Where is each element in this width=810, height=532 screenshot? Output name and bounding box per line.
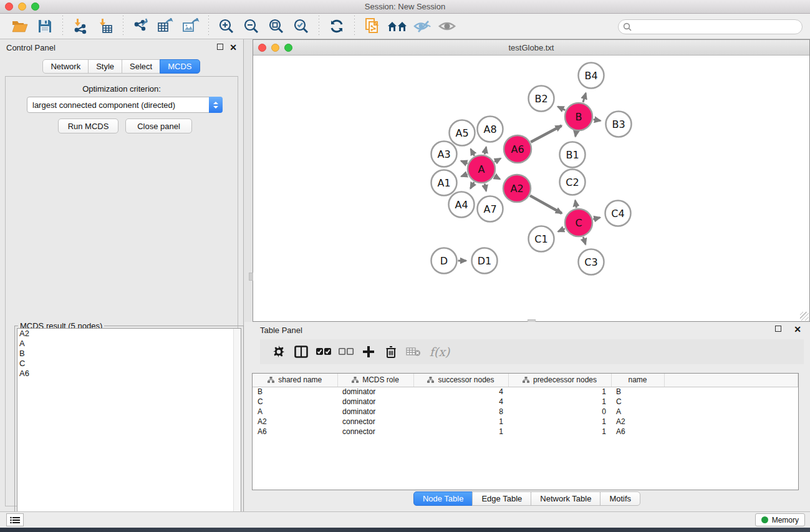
hide-selected-icon[interactable]: [412, 16, 433, 36]
toolbar-separator: [123, 16, 123, 37]
graph-edge-B-B2[interactable]: [558, 107, 566, 110]
table-toolbar: f(x): [260, 339, 804, 364]
col-name[interactable]: name: [611, 374, 664, 387]
graph-edge-B-B3[interactable]: [594, 119, 600, 120]
graph-edge-A2-C[interactable]: [530, 196, 562, 213]
network-window-titlebar[interactable]: testGlobe.txt: [253, 40, 809, 56]
tab-motifs[interactable]: Motifs: [600, 491, 640, 506]
zoom-in-icon[interactable]: [216, 16, 237, 36]
table-row[interactable]: A2connector11A2: [253, 417, 798, 427]
table-close-icon[interactable]: ✕: [794, 326, 801, 333]
copy-network-icon[interactable]: [362, 16, 383, 36]
export-network-icon[interactable]: [130, 16, 152, 36]
network-canvas[interactable]: B4B2BB3A5A8A6A3AB1A1A2C2A4A7C4C1CC3DD1: [253, 56, 809, 321]
optimization-criterion-label: Optimization criterion:: [6, 84, 238, 94]
hierarchy-icon: [523, 376, 529, 385]
result-list-scrollbar[interactable]: [233, 329, 241, 532]
graph-edge-C-C1[interactable]: [558, 229, 565, 232]
close-panel-button[interactable]: Close panel: [125, 118, 192, 133]
float-panel-icon[interactable]: [217, 44, 223, 51]
zoom-selected-icon[interactable]: [291, 16, 312, 36]
graph-edge-A-A5[interactable]: [471, 149, 475, 156]
run-mcds-button[interactable]: Run MCDS: [58, 118, 118, 133]
graph-edge-A-A2[interactable]: [494, 176, 500, 179]
delete-column-icon[interactable]: [380, 342, 402, 361]
col-predecessor-nodes[interactable]: predecessor nodes: [508, 374, 611, 387]
refresh-icon[interactable]: [326, 16, 347, 36]
graph-edge-A-A7[interactable]: [485, 183, 486, 191]
tab-node-table[interactable]: Node Table: [413, 491, 473, 506]
graph-edge-C-C2[interactable]: [575, 200, 576, 208]
tab-style[interactable]: Style: [88, 59, 122, 74]
network-zoom-button[interactable]: [284, 44, 292, 52]
split-columns-icon[interactable]: [290, 342, 312, 361]
close-window-button[interactable]: [5, 2, 13, 11]
result-list-item[interactable]: A6: [17, 369, 241, 379]
first-neighbors-icon[interactable]: [387, 16, 408, 36]
horizontal-splitter-handle[interactable]: [249, 273, 253, 281]
table-panel: Table Panel ✕ f(x): [244, 322, 810, 511]
graph-edge-A-A4[interactable]: [470, 182, 474, 188]
resize-grip[interactable]: [800, 312, 809, 321]
gear-icon[interactable]: [268, 342, 290, 361]
col-mcds-role[interactable]: MCDS role: [337, 374, 413, 387]
table-row[interactable]: Bdominator41B: [253, 387, 798, 397]
graph-node-label-A2: A2: [510, 183, 523, 195]
graph-edge-A-A6[interactable]: [494, 158, 501, 162]
toolbar-separator: [208, 16, 209, 37]
mcds-result-list[interactable]: A2ABCA6: [17, 328, 241, 532]
result-list-item[interactable]: A: [17, 339, 241, 349]
zoom-out-icon[interactable]: [241, 16, 262, 36]
deselect-all-checkboxes-icon[interactable]: [335, 342, 357, 361]
minimize-window-button[interactable]: [18, 2, 26, 11]
open-folder-icon[interactable]: [9, 16, 31, 36]
graph-edge-B-B1[interactable]: [576, 132, 576, 137]
zoom-fit-icon[interactable]: [266, 16, 287, 36]
tab-mcds[interactable]: MCDS: [160, 59, 200, 74]
hierarchy-icon: [352, 376, 359, 385]
graph-node-label-B1: B1: [566, 149, 579, 161]
tab-network[interactable]: Network: [42, 59, 89, 74]
graph-edge-A-A3[interactable]: [461, 161, 467, 163]
import-network-icon[interactable]: [70, 16, 91, 36]
search-field[interactable]: [618, 19, 803, 34]
table-float-icon[interactable]: [775, 326, 781, 333]
graph-edge-C-C4[interactable]: [593, 218, 600, 220]
show-all-icon[interactable]: [436, 16, 458, 36]
graph-edge-A6-B[interactable]: [531, 126, 561, 142]
result-list-item[interactable]: A2: [17, 329, 241, 339]
table-row[interactable]: A6connector11A6: [253, 427, 798, 437]
function-builder-icon[interactable]: f(x): [425, 342, 455, 361]
export-image-icon[interactable]: [180, 16, 201, 36]
col-successor-nodes[interactable]: successor nodes: [413, 374, 508, 387]
network-graph[interactable]: B4B2BB3A5A8A6A3AB1A1A2C2A4A7C4C1CC3DD1: [253, 56, 809, 321]
close-panel-icon[interactable]: ✕: [229, 44, 237, 51]
save-icon[interactable]: [34, 16, 55, 36]
graph-node-label-A8: A8: [483, 123, 496, 135]
import-table-icon[interactable]: [95, 16, 116, 36]
result-list-item[interactable]: B: [17, 349, 241, 359]
delete-table-icon[interactable]: [402, 342, 425, 361]
result-list-item[interactable]: C: [17, 359, 241, 369]
network-close-button[interactable]: [258, 44, 266, 52]
export-table-icon[interactable]: [155, 16, 176, 36]
memory-button[interactable]: Memory: [755, 513, 805, 526]
add-column-icon[interactable]: [357, 342, 380, 361]
tab-select[interactable]: Select: [122, 59, 160, 74]
task-history-button[interactable]: [6, 513, 24, 526]
search-input[interactable]: [618, 19, 803, 34]
graph-node-label-C3: C3: [584, 256, 597, 268]
network-minimize-button[interactable]: [271, 44, 279, 52]
tab-network-table[interactable]: Network Table: [531, 491, 600, 506]
table-row[interactable]: Cdominator41C: [253, 397, 798, 407]
criterion-dropdown[interactable]: largest connected component (directed): [27, 97, 223, 113]
graph-edge-B-B4[interactable]: [583, 93, 586, 102]
select-all-checkboxes-icon[interactable]: [312, 342, 335, 361]
zoom-window-button[interactable]: [31, 2, 39, 11]
tab-edge-table[interactable]: Edge Table: [472, 491, 531, 506]
table-row[interactable]: Adominator80A: [253, 407, 798, 417]
graph-edge-A-A1[interactable]: [461, 174, 468, 177]
col-shared-name[interactable]: shared name: [253, 374, 337, 387]
graph-edge-C-C3[interactable]: [583, 237, 586, 244]
graph-edge-A-A8[interactable]: [485, 147, 486, 155]
